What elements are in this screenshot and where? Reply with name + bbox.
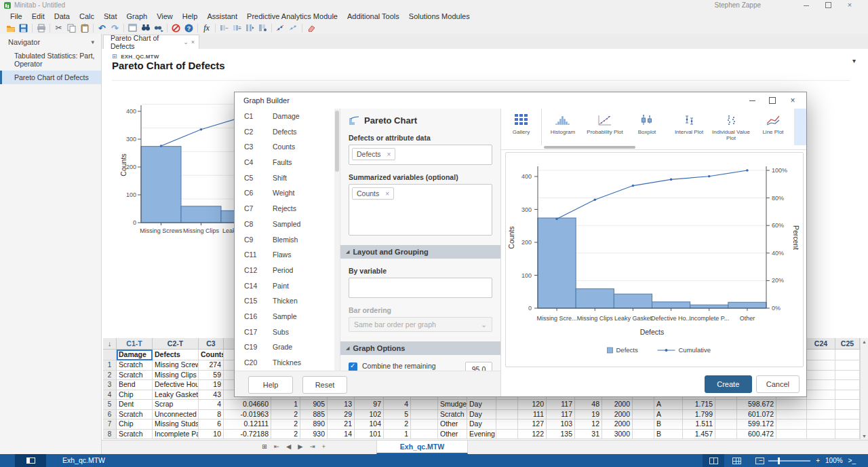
cell[interactable]: -0.01963 bbox=[224, 410, 271, 420]
cell[interactable]: A bbox=[654, 410, 683, 420]
cell[interactable] bbox=[715, 419, 737, 430]
gallery-item-interval-plot[interactable]: Interval Plot bbox=[668, 109, 710, 145]
column-list-item-c20[interactable]: C20Thicknes bbox=[235, 355, 334, 371]
scroll-down-icon[interactable]: ▼ bbox=[862, 432, 867, 440]
gallery-item-individual-value-plot[interactable]: Individual Value Plot bbox=[710, 109, 752, 145]
dialog-close-button[interactable]: × bbox=[783, 94, 802, 107]
dialog-maximize-button[interactable] bbox=[763, 94, 782, 107]
cell[interactable]: 104 bbox=[355, 419, 384, 430]
find-icon[interactable] bbox=[139, 22, 152, 33]
cell[interactable]: 103 bbox=[547, 419, 575, 430]
cell[interactable]: 600.472 bbox=[737, 430, 776, 440]
cell[interactable]: 1 bbox=[384, 430, 411, 440]
column-header-c2-t[interactable]: C2-T bbox=[153, 338, 199, 350]
minimize-button[interactable] bbox=[796, 0, 816, 10]
cell[interactable]: 127 bbox=[518, 419, 547, 430]
menu-item-file[interactable]: File bbox=[5, 12, 27, 20]
cell[interactable]: 6 bbox=[199, 419, 224, 430]
tab-pareto-chart[interactable]: Pareto Chart of Defects ⌄ × bbox=[103, 35, 199, 49]
cell[interactable]: 4 bbox=[199, 400, 224, 410]
navigator-item-pareto-chart-of-defects[interactable]: Pareto Chart of Defects bbox=[0, 71, 101, 84]
close-button[interactable]: × bbox=[840, 0, 860, 10]
column-list-item-c7[interactable]: C7Rejects bbox=[235, 201, 334, 217]
column-header-c25[interactable]: C25 bbox=[835, 338, 860, 350]
cancel-icon[interactable] bbox=[170, 22, 182, 33]
cell[interactable] bbox=[411, 410, 438, 420]
cell[interactable] bbox=[633, 430, 654, 440]
chip-remove-icon[interactable]: × bbox=[387, 151, 391, 158]
cell[interactable]: 5 bbox=[384, 410, 411, 420]
column-list-item-c3[interactable]: C3Counts bbox=[235, 139, 334, 155]
open-file-icon[interactable] bbox=[4, 22, 17, 33]
worksheet-list-icon[interactable]: ⊞ bbox=[262, 443, 267, 450]
output-collapse-icon[interactable]: ▾ bbox=[852, 57, 856, 64]
cell[interactable]: 21 bbox=[328, 419, 355, 430]
cell[interactable]: 2000 bbox=[602, 400, 633, 410]
cell[interactable] bbox=[776, 419, 807, 430]
column-list-item-c6[interactable]: C6Weight bbox=[235, 185, 334, 201]
menu-item-assistant[interactable]: Assistant bbox=[202, 12, 242, 20]
column-list-item-c1[interactable]: C1Damage bbox=[235, 109, 334, 124]
navigator-dropdown-icon[interactable]: ▾ bbox=[91, 39, 94, 45]
reset-button[interactable]: Reset bbox=[302, 376, 347, 394]
cell[interactable]: 111 bbox=[518, 410, 547, 420]
column-properties-icon[interactable] bbox=[256, 22, 269, 33]
cell[interactable]: 1 bbox=[271, 400, 300, 410]
defects-field[interactable]: Defects × bbox=[349, 145, 492, 165]
column-list-item-c16[interactable]: C16Sample bbox=[235, 309, 334, 324]
print-icon[interactable] bbox=[35, 22, 47, 33]
move-columns-icon[interactable] bbox=[243, 22, 256, 33]
column-header-c24[interactable]: C24 bbox=[807, 338, 835, 350]
cut-icon[interactable]: ✂ bbox=[52, 22, 65, 33]
zoom-in-icon[interactable]: + bbox=[816, 457, 820, 464]
cell[interactable]: 14 bbox=[328, 430, 355, 440]
cell[interactable] bbox=[835, 430, 860, 440]
cell[interactable]: 2 bbox=[271, 410, 300, 420]
cell[interactable] bbox=[496, 400, 518, 410]
cell[interactable]: Unconnected Wir bbox=[153, 410, 199, 420]
cell[interactable]: Scratch bbox=[117, 371, 153, 381]
cell[interactable] bbox=[807, 419, 835, 430]
cell[interactable]: 0.04660 bbox=[224, 400, 271, 410]
cell[interactable]: 102 bbox=[355, 410, 384, 420]
cell[interactable]: Day bbox=[467, 419, 496, 430]
cell[interactable]: 43 bbox=[199, 390, 224, 400]
restore-button[interactable] bbox=[818, 0, 838, 10]
cell[interactable]: Incomplete Part bbox=[153, 430, 199, 440]
cell[interactable]: Bend bbox=[117, 380, 153, 390]
cell[interactable]: 29 bbox=[328, 410, 355, 420]
cell[interactable] bbox=[411, 400, 438, 410]
cell[interactable]: 890 bbox=[300, 419, 328, 430]
menu-item-view[interactable]: View bbox=[152, 12, 178, 20]
cell[interactable]: Chip bbox=[117, 419, 153, 430]
cell[interactable] bbox=[776, 410, 807, 420]
gallery-item-probability-plot[interactable]: Probability Plot bbox=[584, 109, 626, 145]
gallery-item-histogram[interactable]: Histogram bbox=[542, 109, 584, 145]
column-list-item-c17[interactable]: C17Subs bbox=[235, 324, 334, 340]
cell[interactable]: 2000 bbox=[602, 419, 633, 430]
brush-points-icon[interactable] bbox=[274, 22, 287, 33]
column-list-item-c19[interactable]: C19Grade bbox=[235, 339, 334, 355]
help-icon[interactable]: ? bbox=[182, 22, 195, 33]
combine-defects-checkbox[interactable] bbox=[349, 362, 357, 371]
cell[interactable]: 19 bbox=[575, 410, 602, 420]
worksheet-view-toggle[interactable] bbox=[15, 454, 46, 467]
column-list-item-c8[interactable]: C8Sampled bbox=[235, 217, 334, 232]
cell[interactable]: Missing Clips bbox=[153, 371, 199, 381]
cell[interactable] bbox=[411, 419, 438, 430]
column-list-item-c12[interactable]: C12Period bbox=[235, 263, 334, 278]
dialog-title-bar[interactable]: Graph Builder bbox=[235, 92, 806, 109]
menu-item-help[interactable]: Help bbox=[178, 12, 203, 20]
gallery-scrollbar[interactable] bbox=[544, 146, 635, 149]
cell[interactable]: Other bbox=[438, 430, 467, 440]
first-worksheet-icon[interactable]: ⇤ bbox=[274, 443, 279, 450]
cell[interactable]: 12 bbox=[575, 419, 602, 430]
cell[interactable]: 885 bbox=[300, 410, 328, 420]
last-worksheet-icon[interactable]: ⇥ bbox=[310, 443, 315, 450]
cell[interactable] bbox=[807, 400, 835, 410]
undo-icon[interactable]: ↶ bbox=[96, 22, 108, 33]
cell[interactable] bbox=[496, 419, 518, 430]
counts-chip[interactable]: Counts × bbox=[352, 187, 394, 200]
cell[interactable]: Chip bbox=[117, 390, 153, 400]
column-list-item-c15[interactable]: C15Thicken bbox=[235, 293, 334, 309]
